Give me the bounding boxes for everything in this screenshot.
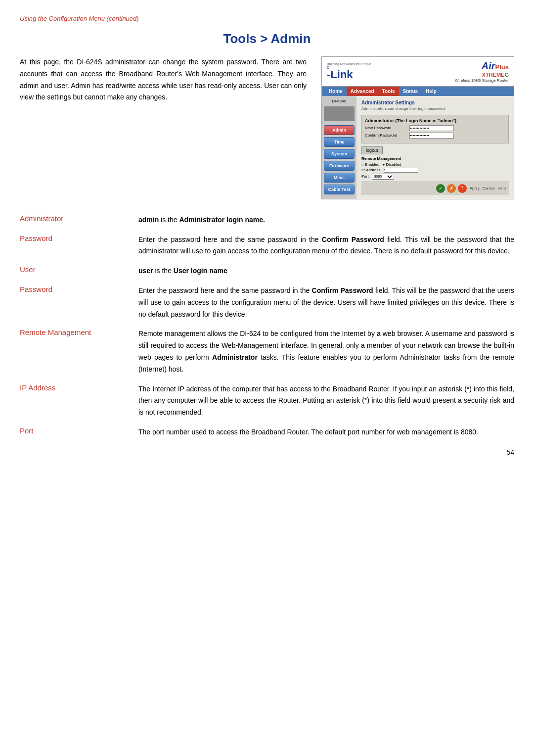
term-row-remote-management: Remote Management Remote management allo… (20, 328, 514, 375)
device-label: DI-624S (324, 99, 355, 103)
term-user: User (20, 265, 129, 277)
nav-status[interactable]: Status (399, 87, 422, 96)
sidebar-admin[interactable]: Admin (324, 125, 355, 135)
router-body: DI-624S Admin Time System Firmware Misc.… (322, 96, 514, 199)
ip-address-label: IP Address (361, 168, 381, 172)
air-text: Air (482, 60, 495, 71)
new-password-input[interactable] (409, 125, 454, 131)
term-row-password-user: Password Enter the password here and the… (20, 285, 514, 320)
xtremeg-label: XTREMEG (455, 72, 509, 78)
def-remote-management: Remote management allows the DI-624 to b… (138, 328, 514, 375)
cancel-label: Cancel (483, 186, 495, 190)
term-password-user: Password (20, 285, 129, 320)
def-administrator: admin is the Administrator login name. (138, 214, 514, 226)
term-row-port: Port The port number used to access the … (20, 426, 514, 438)
nav-advanced[interactable]: Advanced (347, 87, 378, 96)
new-password-row: New Password (365, 125, 505, 131)
apply-label: Apply (470, 186, 480, 190)
airplus-logo: AirPlus XTREMEG Wireless 108G Storage Ro… (455, 60, 509, 83)
router-ui-screenshot: Building Networks for People D-Link AirP… (321, 56, 514, 199)
term-row-ip-address: IP Address The Internet IP address of th… (20, 383, 514, 419)
nav-home[interactable]: Home (325, 87, 347, 96)
intro-text: At this page, the DI-624S administrator … (20, 56, 307, 199)
new-password-label: New Password (365, 126, 409, 130)
def-ip-address: The Internet IP address of the computer … (138, 383, 514, 419)
form-section-title: Administrator (The Login Name is "admin"… (365, 118, 505, 123)
port-select[interactable]: 8080 (372, 174, 394, 180)
confirm-password-input[interactable] (409, 133, 454, 139)
remote-management-title: Remote Management (361, 156, 509, 161)
dlink-logo: Building Networks for People D-Link (327, 62, 371, 80)
router-content: Administrator Settings Administrators ca… (356, 96, 514, 199)
term-row-administrator: Administrator admin is the Administrator… (20, 214, 514, 226)
sidebar-system[interactable]: System (324, 149, 355, 159)
device-image (324, 106, 355, 121)
ip-address-row: IP Address (361, 168, 509, 173)
action-bar: ✓ ✗ ? Apply Cancel Help (361, 182, 509, 195)
router-subtitle: Wireless 108G Storage Router (455, 78, 509, 83)
content-subtitle: Administrators can change their login pa… (361, 106, 509, 111)
confirm-password-row: Confirm Password (365, 133, 505, 139)
nav-help[interactable]: Help (422, 87, 441, 96)
confirm-password-label: Confirm Password (365, 133, 409, 138)
nav-tools[interactable]: Tools (378, 87, 399, 96)
enabled-disabled-row: ○ Enabled ● Disabled (361, 162, 509, 167)
logout-button[interactable]: logout (361, 146, 383, 154)
def-password-admin: Enter the password here and the same pas… (138, 234, 514, 258)
def-port: The port number used to access the Broad… (138, 426, 514, 438)
term-row-password-admin: Password Enter the password here and the… (20, 234, 514, 258)
dlink-name: D-Link (327, 66, 371, 80)
sidebar-firmware[interactable]: Firmware (324, 161, 355, 171)
cancel-icon[interactable]: ✗ (447, 184, 456, 193)
help-icon[interactable]: ? (458, 184, 467, 193)
sidebar-misc[interactable]: Misc. (324, 173, 355, 183)
term-remote-management: Remote Management (20, 328, 129, 375)
term-ip-address: IP Address (20, 383, 129, 419)
top-section: At this page, the DI-624S administrator … (20, 56, 514, 199)
term-password-admin: Password (20, 234, 129, 258)
help-label: Help (498, 186, 506, 190)
router-header: Building Networks for People D-Link AirP… (322, 57, 514, 87)
xtreme-text: Plus (495, 63, 509, 71)
page-header: Using the Configuration Menu (continued) (20, 15, 514, 22)
ip-address-input[interactable] (384, 168, 418, 173)
sidebar-time[interactable]: Time (324, 137, 355, 147)
enabled-radio-label: ○ Enabled (361, 162, 379, 167)
dlink-tagline: Building Networks for People (327, 62, 371, 66)
term-port: Port (20, 426, 129, 438)
port-row: Port 8080 (361, 174, 509, 180)
router-sidebar: DI-624S Admin Time System Firmware Misc.… (322, 96, 356, 199)
page-title: Tools > Admin (20, 31, 514, 47)
disabled-radio-label: ● Disabled (382, 162, 401, 167)
term-row-user: User user is the User login name (20, 265, 514, 277)
port-label: Port (361, 174, 369, 179)
content-title: Administrator Settings (361, 100, 509, 105)
action-labels: Apply Cancel Help (470, 186, 506, 190)
sidebar-cable-test[interactable]: Cable Test (324, 185, 355, 194)
def-password-user: Enter the password here and the same pas… (138, 285, 514, 320)
terms-section: Administrator admin is the Administrator… (20, 214, 514, 438)
dlink-brand: Building Networks for People D-Link (327, 62, 371, 80)
admin-form-section: Administrator (The Login Name is "admin"… (361, 115, 509, 143)
remote-management-section: Remote Management ○ Enabled ● Disabled I… (361, 156, 509, 180)
apply-icon[interactable]: ✓ (436, 184, 445, 193)
term-administrator: Administrator (20, 214, 129, 226)
def-user: user is the User login name (138, 265, 514, 277)
page-number: 54 (20, 448, 514, 456)
router-nav: Home Advanced Tools Status Help (322, 87, 514, 96)
